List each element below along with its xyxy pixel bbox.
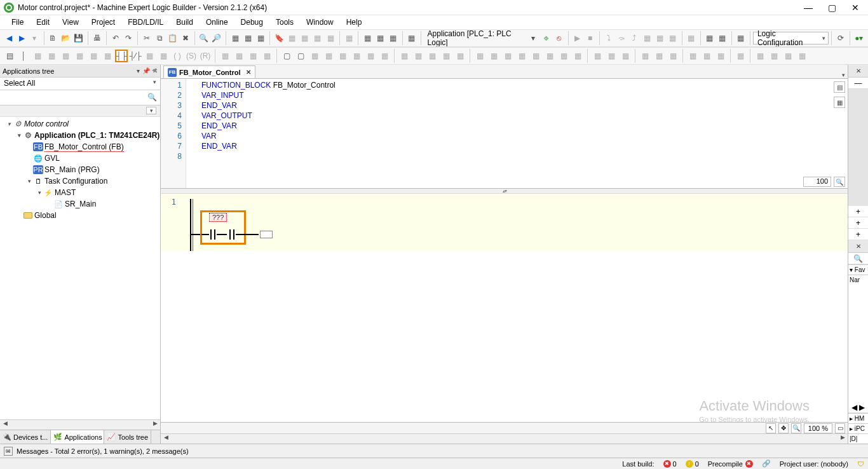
tree-fb-motor-control[interactable]: FB_Motor_Control (FB) [44,142,124,152]
tb-icon-i[interactable]: ▦ [362,32,373,44]
refresh-icon[interactable]: ⟳ [835,32,846,44]
menu-debug[interactable]: Debug [234,16,269,29]
right-ipc-label[interactable]: ▸ iPC [848,423,868,433]
tb-icon-e[interactable]: ▦ [299,32,311,44]
menu-tools[interactable]: Tools [269,16,300,29]
step-into-icon[interactable]: ⤵ [603,32,614,44]
tree-project[interactable]: Motor control [24,119,69,128]
tree-task-config[interactable]: Task Configuration [44,177,107,186]
decl-zoom-icon[interactable]: 🔍 [834,177,845,187]
ld-icon-w[interactable]: ▦ [454,50,466,62]
paste-icon[interactable]: 📋 [166,32,178,44]
ld-coil-reset-icon[interactable]: (R) [199,50,212,62]
ld-box-en-icon[interactable]: ▢ [294,50,307,62]
tab-applications-tree[interactable]: 🌿Applications t... [51,430,104,444]
ld-icon-i[interactable]: ▦ [219,50,231,62]
tb-icon-s[interactable]: ▦ [735,32,747,44]
ld-icon-ak[interactable]: ▦ [667,50,679,62]
tab-tools-tree[interactable]: 📈Tools tree [104,430,151,444]
menu-edit[interactable]: Edit [30,16,56,29]
undo-icon[interactable]: ↶ [110,32,121,44]
menu-project[interactable]: Project [85,16,121,29]
ld-icon-a[interactable]: ▦ [31,50,44,62]
tb-icon-p[interactable]: ▦ [686,32,697,44]
ld-icon-j[interactable]: ▦ [233,50,245,62]
ld-icon-r[interactable]: ▦ [378,50,391,62]
ld-icon-ag[interactable]: ▦ [605,50,618,62]
ladder-editor[interactable]: 1 ??? Activate Windows Go to Settings to… [161,194,848,422]
tree-application[interactable]: Application (PLC_1: TM241CE24R) [34,131,159,140]
stop-icon[interactable]: ■ [585,32,596,44]
applications-tree[interactable]: ▾ Motor control ▾ Application (PLC_1: TM… [0,117,160,419]
ld-network-icon[interactable]: ▤ [3,50,16,62]
decl-view-table-icon[interactable]: ▦ [834,97,845,108]
right-scroll-lr[interactable]: ◀ ▶ [848,402,868,413]
ld-icon-aq[interactable]: ▦ [768,50,780,62]
ld-box-icon[interactable]: ▢ [280,50,293,62]
tb-icon-q[interactable]: ▦ [704,32,715,44]
tab-devices-tree[interactable]: 🔌Devices t... [0,430,51,444]
ld-icon-p[interactable]: ▦ [350,50,363,62]
tree-global[interactable]: Global [34,211,57,220]
step-over-icon[interactable]: ⤼ [616,32,627,44]
status-dot-icon[interactable]: ●▾ [853,32,865,44]
run-icon[interactable]: ▶ [571,32,583,44]
tb-icon-l[interactable]: ▦ [406,32,417,44]
ld-icon-ah[interactable]: ▦ [619,50,632,62]
code-text[interactable]: FUNCTION_BLOCK FB_Motor_Control VAR_INPU… [186,79,848,188]
decl-view-text-icon[interactable]: ▤ [834,81,845,93]
declaration-editor[interactable]: 1 2 3 4 5 6 7 8 FUNCTION_BLOCK FB_Motor_… [161,79,848,189]
ld-icon-aj[interactable]: ▦ [653,50,665,62]
editor-tab-fb-motor-control[interactable]: FB FB_Motor_Control ✕ [163,65,255,78]
new-icon[interactable]: 🗎 [47,32,58,44]
splitter-handle[interactable]: ▴ ▾ [161,189,848,194]
ld-icon-t[interactable]: ▦ [412,50,424,62]
ld-icon-ac[interactable]: ▦ [543,50,556,62]
save-icon[interactable]: 💾 [73,32,85,44]
ld-icon-o[interactable]: ▦ [336,50,349,62]
ld-icon-ad[interactable]: ▦ [557,50,570,62]
ld-icon-q[interactable]: ▦ [364,50,377,62]
menu-build[interactable]: Build [170,16,200,29]
ld-icon-b[interactable]: ▦ [45,50,58,62]
right-collapse-1[interactable]: — [848,78,868,89]
tb-icon-m[interactable]: ▦ [641,32,653,44]
tb-icon-a[interactable]: ▦ [229,32,241,44]
menu-online[interactable]: Online [200,16,234,29]
ladder-drop-target[interactable] [260,231,273,238]
connection-icon[interactable]: 🔗 [762,459,771,468]
tb-icon-d[interactable]: ▦ [287,32,298,44]
ld-icon-am[interactable]: ▦ [700,50,713,62]
right-d-label[interactable]: |D| [848,433,868,444]
tb-icon-j[interactable]: ▦ [374,32,386,44]
ld-icon-h[interactable]: ▦ [157,50,170,62]
ld-contact-neg-icon[interactable]: ┤∕├ [129,50,142,62]
ld-icon-an[interactable]: ▦ [714,50,727,62]
step-out-icon[interactable]: ⤴ [628,32,640,44]
shield-icon[interactable]: 🛡 [857,460,864,468]
ld-icon-af[interactable]: ▦ [591,50,604,62]
menu-window[interactable]: Window [300,16,340,29]
ld-icon-ai[interactable]: ▦ [639,50,651,62]
messages-bar[interactable]: ✉ Messages - Total 2 error(s), 1 warning… [0,444,868,458]
tb-icon-b[interactable]: ▦ [242,32,254,44]
scope-dropdown-icon[interactable]: ▾ [527,32,539,44]
menu-file[interactable]: File [5,16,30,29]
ld-icon-as[interactable]: ▦ [796,50,808,62]
right-favorites-label[interactable]: ▾ Fav [848,264,868,275]
menu-view[interactable]: View [56,16,85,29]
contact-variable-placeholder[interactable]: ??? [209,213,227,222]
tab-overflow-icon[interactable]: ▾ [842,72,848,78]
menu-fbd-ld-il[interactable]: FBD/LD/IL [121,16,170,29]
logout-icon[interactable]: ⎋ [553,32,564,44]
tb-icon-g[interactable]: ▦ [325,32,336,44]
zoom-fit-icon[interactable]: ▭ [835,423,845,433]
right-close-2[interactable]: ✕ [848,240,868,253]
tree-dropdown[interactable] [0,105,160,117]
ld-icon-e[interactable]: ▦ [87,50,100,62]
tree-search-input[interactable] [3,92,147,104]
ld-icon-u[interactable]: ▦ [426,50,438,62]
right-close-1[interactable]: ✕ [848,65,868,78]
tree-sr-main[interactable]: SR_Main (PRG) [44,165,100,174]
ld-icon-x[interactable]: ▦ [473,50,486,62]
